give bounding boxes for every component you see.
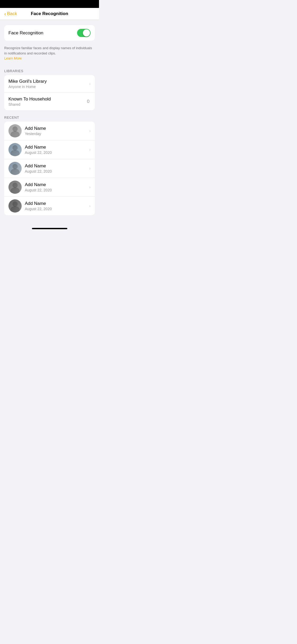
chevron-right-icon: › (89, 82, 91, 86)
recent-item-date-1: Yesterday (25, 132, 86, 136)
recent-item-info-1: Add Name Yesterday (25, 126, 86, 136)
back-button-label: Back (7, 11, 17, 16)
toggle-thumb (83, 29, 90, 36)
chevron-right-icon-r1: › (89, 129, 91, 133)
navigation-bar: ‹ Back Face Recognition (0, 8, 99, 20)
back-chevron-icon: ‹ (4, 11, 6, 16)
library-item-right-2: 0 (87, 99, 91, 104)
recent-list: Add Name Yesterday › Add Name August 22,… (4, 122, 95, 215)
library-item-title: Mike Goril's Library (8, 79, 47, 84)
recent-item-info-2: Add Name August 22, 2020 (25, 145, 86, 155)
library-item-left-2: Known To Household Shared (8, 96, 51, 107)
recent-item-info-4: Add Name August 22, 2020 (25, 182, 86, 192)
home-indicator (0, 226, 99, 231)
recent-item-4[interactable]: Add Name August 22, 2020 › (4, 178, 95, 197)
library-item-household[interactable]: Known To Household Shared 0 (4, 93, 95, 110)
face-recognition-toggle-row[interactable]: Face Recognition (4, 25, 95, 41)
avatar-5 (8, 199, 22, 213)
recent-item-2[interactable]: Add Name August 22, 2020 › (4, 140, 95, 159)
library-item-left: Mike Goril's Library Anyone in Home (8, 79, 47, 89)
home-indicator-bar (32, 228, 67, 229)
recent-item-5[interactable]: Add Name August 22, 2020 › (4, 197, 95, 215)
avatar-4 (8, 181, 22, 194)
description-text: Recognize familiar faces and display nam… (4, 46, 92, 55)
libraries-list: Mike Goril's Library Anyone in Home › Kn… (4, 75, 95, 110)
back-button[interactable]: ‹ Back (4, 11, 17, 16)
recent-item-name-5: Add Name (25, 201, 86, 206)
chevron-right-icon-r4: › (89, 185, 91, 189)
description-block: Recognize familiar faces and display nam… (0, 43, 99, 66)
avatar-1 (8, 124, 22, 137)
face-recognition-toggle[interactable] (77, 29, 91, 37)
chevron-right-icon-r2: › (89, 148, 91, 152)
recent-item-1[interactable]: Add Name Yesterday › (4, 122, 95, 140)
chevron-right-icon-r5: › (89, 204, 91, 208)
library-item-title-2: Known To Household (8, 96, 51, 102)
face-recognition-label: Face Recognition (8, 30, 43, 36)
library-item-subtitle-2: Shared (8, 102, 51, 107)
libraries-section-header: LIBRARIES (0, 69, 99, 75)
recent-item-date-5: August 22, 2020 (25, 207, 86, 211)
library-item-right: › (89, 82, 91, 86)
avatar-3 (8, 162, 22, 175)
recent-item-name-3: Add Name (25, 163, 86, 169)
learn-more-link[interactable]: Learn More (4, 56, 22, 60)
recent-item-info-5: Add Name August 22, 2020 (25, 201, 86, 211)
library-item-mike-goril[interactable]: Mike Goril's Library Anyone in Home › (4, 75, 95, 93)
page-title: Face Recognition (31, 11, 68, 16)
recent-item-name-2: Add Name (25, 145, 86, 150)
recent-item-info-3: Add Name August 22, 2020 (25, 163, 86, 173)
recent-item-date-2: August 22, 2020 (25, 150, 86, 155)
recent-item-3[interactable]: Add Name August 22, 2020 › (4, 159, 95, 178)
status-bar (0, 0, 99, 8)
household-badge: 0 (87, 99, 89, 104)
main-content: Face Recognition Recognize familiar face… (0, 20, 99, 226)
recent-item-date-3: August 22, 2020 (25, 169, 86, 173)
recent-item-date-4: August 22, 2020 (25, 188, 86, 192)
library-item-subtitle: Anyone in Home (8, 85, 47, 89)
chevron-right-icon-r3: › (89, 166, 91, 171)
recent-item-name-4: Add Name (25, 182, 86, 187)
recent-item-name-1: Add Name (25, 126, 86, 131)
recent-section-header: RECENT (0, 116, 99, 122)
avatar-2 (8, 143, 22, 156)
